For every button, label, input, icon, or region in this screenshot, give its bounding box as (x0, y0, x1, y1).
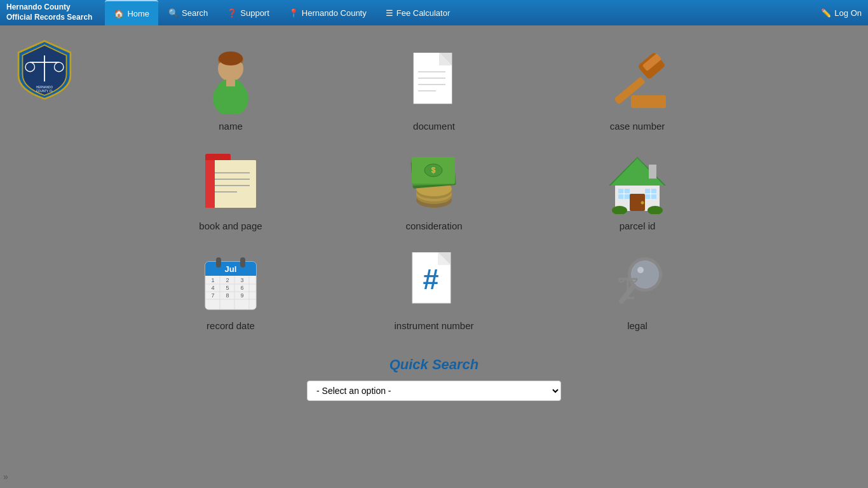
svg-text:COUNTY, FL: COUNTY, FL (36, 90, 53, 93)
svg-text:5: 5 (226, 285, 229, 291)
nav-fee-calculator[interactable]: ☰ Fee Calculator (377, 0, 459, 25)
person-icon (199, 51, 262, 114)
svg-text:6: 6 (240, 285, 243, 291)
main-content: HERNANDO COUNTY, FL (0, 25, 868, 414)
svg-text:3: 3 (240, 277, 243, 283)
svg-text:8: 8 (226, 292, 229, 299)
location-icon: 📍 (288, 8, 299, 18)
consideration-label: consideration (405, 220, 462, 231)
svg-rect-34 (205, 160, 215, 208)
parcel-id-cell[interactable]: parcel id (561, 151, 714, 231)
instrument-number-cell[interactable]: # instrument number (358, 250, 510, 331)
nav-items: 🏠 Home 🔍 Search ❓ Support 📍 Hernando Cou… (105, 0, 821, 25)
icon-grid: name document (154, 51, 714, 331)
svg-rect-65 (240, 257, 245, 268)
svg-text:7: 7 (211, 292, 214, 299)
name-cell[interactable]: name (154, 51, 307, 132)
name-label: name (219, 121, 243, 132)
parcel-id-label: parcel id (620, 220, 656, 231)
quick-search-title: Quick Search (390, 356, 479, 373)
logo: HERNANDO COUNTY, FL (13, 38, 76, 102)
instrument-number-label: instrument number (394, 320, 473, 331)
case-number-label: case number (610, 121, 665, 132)
quick-search-section: Quick Search - Select an option - Name D… (307, 356, 561, 401)
nav-home[interactable]: 🏠 Home (105, 0, 158, 25)
svg-text:2: 2 (226, 277, 229, 283)
book-and-page-cell[interactable]: book and page (154, 151, 307, 231)
document-label: document (413, 121, 455, 132)
search-icon: 🔍 (168, 8, 179, 18)
calendar-icon: Jul 1 2 3 4 5 6 (199, 250, 262, 314)
nav-hernando-county[interactable]: 📍 Hernando County (280, 0, 376, 25)
money-icon: $ $ (402, 151, 466, 214)
svg-text:$: $ (431, 166, 436, 175)
hashtag-icon: # (402, 250, 466, 314)
svg-text:9: 9 (240, 292, 243, 299)
svg-rect-57 (649, 165, 656, 179)
svg-point-50 (641, 201, 644, 205)
document-icon (402, 51, 466, 114)
record-date-label: record date (207, 320, 255, 331)
consideration-cell[interactable]: $ $ consideration (358, 151, 510, 231)
record-date-cell[interactable]: Jul 1 2 3 4 5 6 (154, 250, 307, 331)
key-icon: ✏️ (821, 8, 831, 18)
nav-logon[interactable]: ✏️ Log On (821, 8, 862, 18)
home-icon: 🏠 (114, 9, 124, 18)
case-number-cell[interactable]: case number (561, 51, 714, 132)
legal-label: legal (627, 320, 648, 331)
svg-text:HERNANDO: HERNANDO (36, 86, 53, 89)
svg-rect-21 (631, 95, 666, 108)
question-icon: ❓ (227, 8, 237, 18)
svg-rect-64 (216, 257, 221, 268)
house-icon (606, 151, 669, 214)
nav-search[interactable]: 🔍 Search (159, 0, 217, 25)
svg-point-91 (637, 267, 644, 273)
gavel-icon (606, 51, 669, 114)
quick-search-select[interactable]: - Select an option - Name Document Case … (307, 381, 561, 401)
scales-icon (606, 250, 669, 314)
book-icon (199, 151, 262, 214)
svg-point-12 (219, 51, 243, 65)
svg-text:1: 1 (211, 277, 214, 283)
nav-brand: Hernando County Official Records Search (6, 3, 98, 22)
svg-text:#: # (423, 263, 438, 295)
nav-support[interactable]: ❓ Support (218, 0, 278, 25)
navbar: Hernando County Official Records Search … (0, 0, 868, 25)
document-cell[interactable]: document (358, 51, 510, 132)
legal-cell[interactable]: legal (561, 250, 714, 331)
svg-text:4: 4 (211, 285, 214, 291)
bottom-arrow: » (3, 471, 8, 482)
svg-text:Jul: Jul (225, 264, 237, 274)
list-icon: ☰ (386, 8, 393, 18)
book-and-page-label: book and page (199, 220, 262, 231)
